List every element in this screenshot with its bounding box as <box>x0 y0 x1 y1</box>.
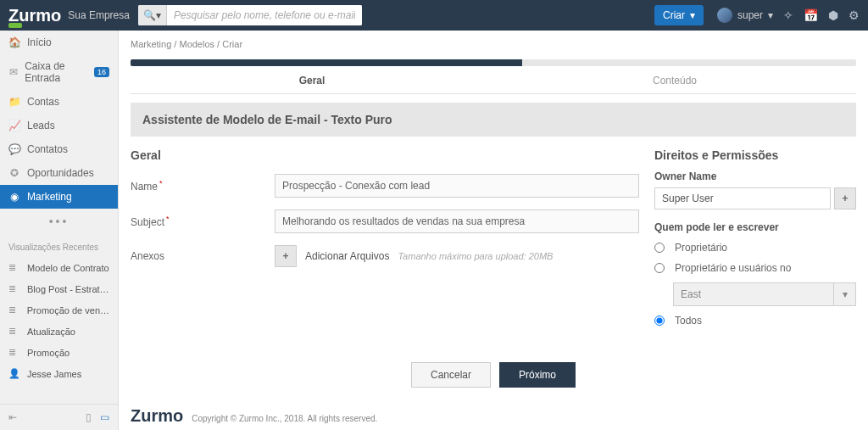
person-icon: 👤 <box>8 368 20 379</box>
top-icons: super ▾ ✧ 📅 ⬢ ⚙ <box>717 8 860 23</box>
user-name: super <box>737 9 763 21</box>
recent-item[interactable]: 👤Jesse James <box>0 363 118 384</box>
target-icon: ✪ <box>8 167 20 179</box>
avatar <box>717 8 732 23</box>
cancel-button[interactable]: Cancelar <box>411 362 491 388</box>
breadcrumb-marketing[interactable]: Marketing <box>131 39 171 49</box>
chevron-down-icon: ▾ <box>690 9 695 21</box>
sidebar-item-oportunidades[interactable]: ✪Oportunidades <box>0 161 118 185</box>
sidebar-more[interactable]: ••• <box>0 209 118 234</box>
who-can-label: Quem pode ler e escrever <box>654 221 856 233</box>
radio-owner-group-label: Proprietário e usuários no <box>675 262 791 274</box>
recent-item[interactable]: ≣Blog Post - Estrat… <box>0 278 118 299</box>
group-select[interactable]: East ▾ <box>673 282 856 306</box>
owner-name-label: Owner Name <box>654 170 856 182</box>
chevron-down-icon[interactable]: ▾ <box>834 282 856 306</box>
recent-item[interactable]: ≣Promoção de ven… <box>0 299 118 321</box>
calendar-icon[interactable]: 📅 <box>804 8 818 22</box>
attachments-label: Anexos <box>131 250 275 262</box>
chevron-down-icon: ▾ <box>768 9 773 21</box>
company-name: Sua Empresa <box>68 9 130 21</box>
add-attachment-label[interactable]: Adicionar Arquivos <box>305 250 389 262</box>
radio-owner-label: Proprietário <box>675 242 727 254</box>
mobile-icon[interactable]: ▯ <box>86 411 92 423</box>
owner-picker-button[interactable]: + <box>834 187 856 209</box>
form-general: Geral Name Subject Anexos + Adicionar Ar… <box>131 148 639 335</box>
sidebar-item-leads[interactable]: 📈Leads <box>0 114 118 137</box>
radio-everyone-label: Todos <box>675 315 702 327</box>
sidebar-item-marketing[interactable]: ◉Marketing <box>0 185 118 209</box>
tab-geral[interactable]: Geral <box>131 66 493 93</box>
breadcrumb: Marketing / Modelos / Criar <box>119 31 868 54</box>
dot-icon: ◉ <box>8 191 20 203</box>
recent-item[interactable]: ≣Promoção <box>0 342 118 363</box>
wizard-buttons: Cancelar Próximo <box>119 347 868 406</box>
breadcrumb-current: Criar <box>222 39 242 49</box>
sidebar-bottom: ⇤ ▯ ▭ <box>0 404 118 430</box>
progress-bar-fill <box>131 59 522 66</box>
stack-icon: ≣ <box>8 283 20 294</box>
recent-views-title: Visualizações Recentes <box>0 234 118 257</box>
subject-label: Subject <box>131 215 275 228</box>
create-button[interactable]: Criar▾ <box>654 5 704 25</box>
stack-icon: ≣ <box>8 326 20 337</box>
radio-owner[interactable] <box>654 243 665 253</box>
attachment-hint: Tamanho máximo para upload: 20MB <box>398 251 553 261</box>
topbar: Zurmo Sua Empresa 🔍▾ Criar▾ super ▾ ✧ 📅 … <box>0 0 868 31</box>
home-icon: 🏠 <box>8 36 20 48</box>
sidebar-item-inbox[interactable]: ✉Caixa de Entrada16 <box>0 54 118 90</box>
sidebar-item-contas[interactable]: 📁Contas <box>0 90 118 114</box>
rights-panel: Direitos e Permissões Owner Name + Quem … <box>654 148 856 335</box>
panel-title: Assistente de Modelo de E-mail - Texto P… <box>131 103 856 137</box>
name-input[interactable] <box>275 174 639 198</box>
name-label: Name <box>131 179 275 193</box>
search-input[interactable] <box>167 5 362 25</box>
stack-icon: ≣ <box>8 262 20 273</box>
chart-icon: 📈 <box>8 120 20 131</box>
radio-owner-group[interactable] <box>654 263 665 273</box>
gear-icon[interactable]: ⚙ <box>849 8 860 22</box>
subject-input[interactable] <box>275 209 639 233</box>
user-menu[interactable]: super ▾ <box>717 8 773 23</box>
wand-icon[interactable]: ✧ <box>783 8 793 22</box>
footer: Zurmo Copyright © Zurmo Inc., 2018. All … <box>119 406 868 430</box>
search-group: 🔍▾ <box>138 5 362 25</box>
owner-input[interactable] <box>654 187 831 209</box>
desktop-icon[interactable]: ▭ <box>100 411 109 423</box>
footer-copyright: Copyright © Zurmo Inc., 2018. All rights… <box>192 414 377 423</box>
footer-logo: Zurmo <box>131 406 183 426</box>
sidebar: 🏠Início ✉Caixa de Entrada16 📁Contas 📈Lea… <box>0 31 119 430</box>
section-title-geral: Geral <box>131 148 639 162</box>
chat-icon: 💬 <box>8 143 20 155</box>
stack-icon: ≣ <box>8 304 20 316</box>
add-attachment-button[interactable]: + <box>275 245 297 267</box>
next-button[interactable]: Próximo <box>499 362 576 388</box>
collapse-icon[interactable]: ⇤ <box>8 411 17 423</box>
wizard-progress <box>131 59 856 66</box>
app-logo[interactable]: Zurmo <box>8 6 61 25</box>
recent-item[interactable]: ≣Modelo de Contrato <box>0 257 118 278</box>
search-icon: 🔍 <box>143 9 156 21</box>
main-content: Marketing / Modelos / Criar Geral Conteú… <box>119 31 868 430</box>
wizard-tabs: Geral Conteúdo <box>131 66 856 94</box>
radio-everyone[interactable] <box>654 316 665 326</box>
group-select-value[interactable]: East <box>673 282 834 306</box>
sidebar-item-contatos[interactable]: 💬Contatos <box>0 137 118 161</box>
folder-icon: 📁 <box>8 96 20 108</box>
mail-icon: ✉ <box>8 66 18 78</box>
breadcrumb-modelos[interactable]: Modelos <box>179 39 214 49</box>
tab-conteudo[interactable]: Conteúdo <box>493 66 856 93</box>
stack-icon: ≣ <box>8 347 20 358</box>
cube-icon[interactable]: ⬢ <box>828 8 838 22</box>
inbox-badge: 16 <box>94 67 109 77</box>
recent-item[interactable]: ≣Atualização <box>0 321 118 342</box>
rights-title: Direitos e Permissões <box>654 148 856 162</box>
sidebar-item-inicio[interactable]: 🏠Início <box>0 31 118 54</box>
search-scope-dropdown[interactable]: 🔍▾ <box>138 5 167 25</box>
